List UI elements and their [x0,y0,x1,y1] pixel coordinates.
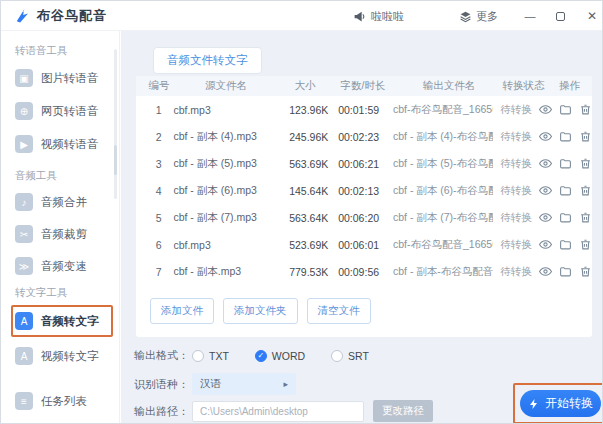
audio-trim-icon: ✂ [15,225,33,243]
sidebar-section-audio-tools: 音频工具 [15,169,57,183]
sidebar-section-voice-tools: 转语音工具 [15,44,68,58]
sidebar-item-web-to-speech[interactable]: ⊕ 网页转语音 [11,98,115,124]
layers-icon [459,10,472,23]
radio-format-txt[interactable]: TXT [192,350,229,362]
output-path-input[interactable] [192,401,364,422]
cell-duration: 00:09:56 [328,266,389,278]
add-file-button[interactable]: 添加文件 [150,298,214,324]
clear-files-button[interactable]: 清空文件 [307,298,371,324]
start-convert-button[interactable]: 开始转换 [520,390,601,417]
audio-speed-icon: ≫ [15,257,33,275]
preview-eye-icon[interactable] [539,103,552,116]
output-format-row: 输出格式： TXT ✓ WORD SRT [134,348,395,363]
delete-trash-icon[interactable] [579,130,592,143]
promo-button[interactable]: 啦啦啦 [353,1,404,31]
cell-output: cbf - 副本 (5)-布谷鸟配... [389,157,493,171]
preview-eye-icon[interactable] [539,265,552,278]
delete-trash-icon[interactable] [579,265,592,278]
cell-size: 245.96K [275,131,328,143]
sidebar-item-label: 音频合并 [41,195,87,210]
radio-circle-srt[interactable] [331,350,343,362]
preview-eye-icon[interactable] [539,157,552,170]
preview-eye-icon[interactable] [539,130,552,143]
cell-output: cbf - 副本 (4)-布谷鸟配... [389,130,493,144]
table-row: 3 cbf - 副本 (5).mp3 563.69K 00:06:21 cbf … [136,150,592,177]
radio-format-srt[interactable]: SRT [331,350,369,362]
output-path-row: 输出路径： 更改路径 [134,400,433,422]
add-folder-button[interactable]: 添加文件夹 [223,298,298,324]
cell-no: 4 [144,185,173,197]
delete-trash-icon[interactable] [579,103,592,116]
open-folder-icon[interactable] [559,238,572,251]
sidebar-scrollbar-thumb[interactable] [114,145,117,175]
sidebar-item-audio-to-text[interactable]: A 音频转文字 [11,308,115,334]
sidebar-item-image-to-speech[interactable]: ▣ 图片转语音 [11,65,115,91]
language-value: 汉语 [200,377,221,391]
open-folder-icon[interactable] [559,265,572,278]
table-header-row: 编号 源文件名 大小 字数/时长 输出文件名 转换状态 操作 [136,76,592,96]
column-header-status: 转换状态 [500,79,547,93]
main-content: 音频文件转文字 编号 源文件名 大小 字数/时长 输出文件名 转换状态 操作 1… [121,31,603,424]
sidebar-item-audio-speed[interactable]: ≫ 音频变速 [11,253,115,279]
delete-trash-icon[interactable] [579,211,592,224]
table-row: 5 cbf - 副本 (7).mp3 563.64K 00:06:20 cbf … [136,204,592,231]
sidebar-item-task-list[interactable]: ≡ 任务列表 [11,388,115,414]
open-folder-icon[interactable] [559,211,572,224]
cell-size: 123.96K [275,104,328,116]
table-row: 4 cbf - 副本 (6).mp3 145.64K 00:02:13 cbf … [136,177,592,204]
cell-duration: 00:06:21 [328,158,389,170]
more-label: 更多 [476,9,498,24]
cell-duration: 00:02:13 [328,185,389,197]
cell-no: 2 [144,131,173,143]
language-row: 识别语种： 汉语 ▸ [134,373,296,395]
open-folder-icon[interactable] [559,157,572,170]
cell-status: 待转换 [493,184,539,198]
sidebar-item-label: 图片转语音 [41,71,99,86]
language-dropdown[interactable]: 汉语 ▸ [192,373,296,395]
minimize-button[interactable]: — [517,1,543,31]
cell-status: 待转换 [493,238,539,252]
sidebar-item-audio-trim[interactable]: ✂ 音频裁剪 [11,221,115,247]
cell-output: cbf-布谷鸟配音_166563... [389,238,493,252]
sidebar-scrollbar[interactable] [114,49,117,199]
delete-trash-icon[interactable] [579,238,592,251]
sidebar-item-video-to-speech[interactable]: ▶ 视频转语音 [11,131,115,157]
megaphone-icon [353,10,366,23]
more-menu-button[interactable]: 更多 [459,1,498,31]
cell-output: cbf-布谷鸟配音_166563... [389,103,493,117]
table-row: 1 cbf.mp3 123.96K 00:01:59 cbf-布谷鸟配音_166… [136,96,592,123]
cell-no: 1 [144,104,173,116]
column-header-ops: 操作 [547,79,592,93]
maximize-button[interactable] [547,1,573,31]
preview-eye-icon[interactable] [539,184,552,197]
cell-no: 5 [144,212,173,224]
radio-format-word[interactable]: ✓ WORD [255,350,305,362]
open-folder-icon[interactable] [559,103,572,116]
close-button[interactable]: ✕ [579,1,603,31]
open-folder-icon[interactable] [559,184,572,197]
audio-merge-icon: ♪ [15,193,33,211]
promo-label: 啦啦啦 [371,9,404,24]
open-folder-icon[interactable] [559,130,572,143]
sidebar-item-audio-merge[interactable]: ♪ 音频合并 [11,189,115,215]
sidebar-item-label: 网页转语音 [41,104,99,119]
sidebar-item-video-to-text[interactable]: A 视频转文字 [11,343,115,369]
sidebar-item-label: 音频变速 [41,259,87,274]
cell-source: cbf - 副本 (5).mp3 [173,157,275,171]
cell-no: 7 [144,266,173,278]
change-path-button[interactable]: 更改路径 [373,400,433,422]
cell-size: 563.64K [275,212,328,224]
titlebar: 布谷鸟配音 啦啦啦 更多 — ✕ [1,1,602,31]
radio-circle-txt[interactable] [192,350,204,362]
preview-eye-icon[interactable] [539,211,552,224]
delete-trash-icon[interactable] [579,184,592,197]
output-path-label: 输出路径： [134,404,192,419]
preview-eye-icon[interactable] [539,238,552,251]
tab-audio-file-to-text[interactable]: 音频文件转文字 [153,47,262,74]
cell-status: 待转换 [493,157,539,171]
radio-circle-word-selected[interactable]: ✓ [255,350,267,362]
audio-to-text-icon: A [15,312,33,330]
cell-no: 6 [144,239,173,251]
video-to-speech-icon: ▶ [15,135,33,153]
delete-trash-icon[interactable] [579,157,592,170]
